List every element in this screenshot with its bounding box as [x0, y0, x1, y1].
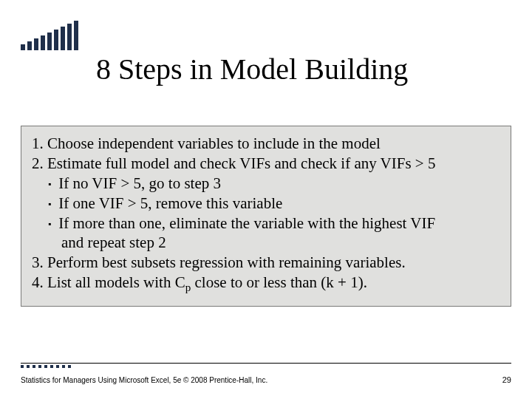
- step-2a: If no VIF > 5, go to step 3: [32, 174, 500, 194]
- step-4-post: close to or less than (k + 1).: [191, 273, 367, 291]
- footer-credit: Statistics for Managers Using Microsoft …: [21, 376, 267, 384]
- page-number: 29: [502, 375, 511, 384]
- step-2: 2. Estimate full model and check VIFs an…: [32, 154, 500, 174]
- footer-rule: [21, 363, 511, 364]
- step-2c: If more than one, eliminate the variable…: [32, 214, 500, 233]
- step-4: 4. List all models with Cp close to or l…: [32, 273, 500, 296]
- footer-dots: [21, 365, 71, 368]
- content-box: 1. Choose independent variables to inclu…: [21, 126, 511, 307]
- slide: 8 Steps in Model Building 1. Choose inde…: [0, 0, 532, 399]
- step-4-pre: 4. List all models with C: [32, 273, 185, 291]
- step-2b: If one VIF > 5, remove this variable: [32, 194, 500, 214]
- step-3: 3. Perform best subsets regression with …: [32, 253, 500, 273]
- step-2c-cont: and repeat step 2: [32, 233, 500, 253]
- step-2b-text: If one VIF > 5, remove this variable: [58, 194, 282, 212]
- step-2c-line1: If more than one, eliminate the variable…: [58, 214, 435, 232]
- step-1: 1. Choose independent variables to inclu…: [32, 134, 500, 154]
- step-2a-text: If no VIF > 5, go to step 3: [58, 174, 221, 192]
- decorative-bars: [21, 21, 78, 50]
- slide-title: 8 Steps in Model Building: [96, 52, 408, 86]
